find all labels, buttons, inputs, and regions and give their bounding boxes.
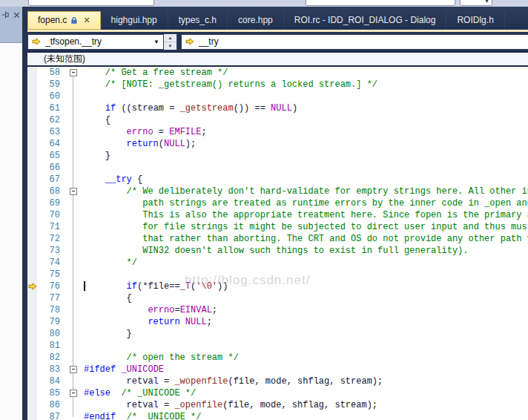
code-line-64[interactable]: 64 return(NULL); — [27, 138, 528, 150]
tab-roi-rc-idd-roi-dialog-dialog[interactable]: ROI.rc - IDD_ROI_DIALOG - Dialog — [284, 11, 447, 30]
code-text[interactable]: WIN32 doesn't allow such things to exist… — [83, 245, 469, 257]
code-line-85[interactable]: 85#else /* _UNICODE */ — [27, 387, 528, 399]
code-line-66[interactable]: 66 — [27, 162, 528, 174]
code-text[interactable]: errno=EINVAL; — [83, 304, 217, 316]
tab-roidlg-h[interactable]: ROIDlg.h — [446, 11, 504, 30]
line-number: 78 — [37, 304, 67, 316]
code-line-83[interactable]: 83#ifdef _UNICODE — [27, 364, 528, 375]
code-text[interactable] — [83, 340, 84, 352]
code-text[interactable]: #endif /* _UNICODE */ — [83, 411, 201, 420]
code-line-68[interactable]: 68 /* We deliberately don't hard-validat… — [27, 186, 528, 197]
code-text[interactable]: /* We deliberately don't hard-validate f… — [83, 186, 528, 197]
line-number: 60 — [37, 91, 67, 102]
code-line-58[interactable]: 58 /* Get a free stream */ — [27, 67, 528, 79]
code-line-77[interactable]: 77 { — [27, 292, 528, 304]
pin-icon[interactable] — [1, 10, 10, 19]
code-text[interactable]: if ((stream = _getstream()) == NULL) — [83, 102, 297, 114]
code-text[interactable]: errno = EMFILE; — [83, 126, 207, 138]
code-text[interactable] — [83, 162, 84, 174]
text-caret — [84, 281, 85, 291]
fold-margin — [67, 79, 83, 91]
scope-dropdown[interactable]: _tfsopen.__try ▼ — [27, 34, 164, 50]
code-token — [84, 139, 127, 149]
toolbar-combobox[interactable] — [28, 0, 154, 6]
tab-types-c-h[interactable]: types_c.h — [168, 11, 228, 30]
tab-highgui-hpp[interactable]: highgui.hpp — [101, 11, 168, 30]
code-text[interactable]: that rather than aborting. The CRT and O… — [83, 233, 528, 245]
code-text[interactable]: { — [83, 292, 132, 304]
spin-down-icon[interactable]: ▼ — [164, 42, 176, 50]
code-line-75[interactable]: 75 — [27, 269, 528, 280]
code-text[interactable]: #ifdef _UNICODE — [83, 364, 164, 375]
fold-collapse-box[interactable] — [70, 69, 77, 76]
code-text[interactable]: /* [NOTE: _getstream() returns a locked … — [83, 79, 377, 91]
code-line-76[interactable]: 76 if(*file==_T('\0')) — [27, 280, 528, 292]
code-line-60[interactable]: 60 — [27, 91, 528, 102]
code-line-59[interactable]: 59 /* [NOTE: _getstream() returns a lock… — [27, 79, 528, 91]
code-token: (file, mode, shflag, stream); — [228, 376, 383, 387]
scope-spinner[interactable]: ▲ ▼ — [164, 33, 177, 50]
fold-collapse-box[interactable] — [70, 390, 77, 397]
code-line-78[interactable]: 78 errno=EINVAL; — [27, 304, 528, 316]
code-line-62[interactable]: 62 { — [27, 114, 528, 126]
scope-hint-row[interactable]: (未知范围) — [27, 51, 528, 67]
code-text[interactable]: if(*file==_T('\0')) — [83, 280, 228, 292]
code-line-80[interactable]: 80 } — [27, 328, 528, 340]
code-token: EINVAL — [180, 305, 212, 315]
code-text[interactable]: retval = _wopenfile(file, mode, shflag, … — [83, 375, 383, 387]
code-line-79[interactable]: 79 return NULL; — [27, 316, 528, 328]
code-text[interactable]: } — [83, 150, 110, 162]
code-token — [84, 234, 142, 244]
code-line-63[interactable]: 63 errno = EMFILE; — [27, 126, 528, 138]
code-line-86[interactable]: 86 retval = _openfile(file, mode, shflag… — [27, 399, 528, 411]
tab-close-icon[interactable]: ✕ — [83, 16, 90, 24]
tab-fopen-c[interactable]: fopen.c✕ — [27, 11, 101, 30]
code-text[interactable]: /* Get a free stream */ — [83, 67, 228, 79]
code-line-87[interactable]: 87#endif /* _UNICODE */ — [27, 411, 528, 420]
code-line-81[interactable]: 81 — [27, 340, 528, 352]
member-dropdown[interactable]: __try — [181, 34, 528, 50]
code-text[interactable]: */ — [83, 257, 137, 269]
spin-up-icon[interactable]: ▲ — [164, 34, 176, 42]
toolbar-combobox[interactable] — [306, 0, 455, 6]
code-text[interactable]: { — [83, 114, 110, 126]
code-editor[interactable]: 58 /* Get a free stream */59 /* [NOTE: _… — [27, 67, 528, 420]
code-line-72[interactable]: 72 that rather than aborting. The CRT an… — [27, 233, 528, 245]
code-line-70[interactable]: 70 This is also the appropriate treatmen… — [27, 209, 528, 221]
code-text[interactable]: This is also the appropriate treatment h… — [83, 209, 528, 221]
tab-core-hpp[interactable]: core.hpp — [228, 11, 284, 30]
code-line-73[interactable]: 73 WIN32 doesn't allow such things to ex… — [27, 245, 528, 257]
toolbar-dropdown[interactable]: ▼ — [460, 0, 492, 6]
indicator-margin — [27, 186, 37, 197]
code-text[interactable]: return NULL; — [83, 316, 212, 328]
code-line-67[interactable]: 67 __try { — [27, 174, 528, 186]
code-line-65[interactable]: 65 } — [27, 150, 528, 162]
code-line-61[interactable]: 61 if ((stream = _getstream()) == NULL) — [27, 102, 528, 114]
code-line-71[interactable]: 71 for file strings it might be subjecte… — [27, 221, 528, 233]
code-text[interactable]: __try { — [83, 174, 142, 186]
code-line-74[interactable]: 74 */ — [27, 257, 528, 269]
code-text[interactable]: retval = _openfile(file, mode, shflag, s… — [83, 399, 377, 411]
code-text[interactable]: return(NULL); — [83, 138, 196, 150]
code-text[interactable]: path strings are treated as runtime erro… — [83, 197, 528, 209]
fold-collapse-box[interactable] — [70, 188, 77, 195]
code-text[interactable] — [83, 91, 84, 102]
fold-collapse-box[interactable] — [70, 366, 77, 373]
code-text[interactable] — [83, 269, 84, 280]
code-line-84[interactable]: 84 retval = _wopenfile(file, mode, shfla… — [27, 375, 528, 387]
code-text[interactable]: #else /* _UNICODE */ — [83, 387, 196, 399]
fold-margin — [67, 126, 83, 138]
line-number: 65 — [37, 150, 67, 162]
code-text[interactable]: } — [83, 328, 132, 340]
code-token — [84, 246, 142, 256]
fold-margin — [67, 340, 83, 352]
close-icon[interactable] — [13, 10, 21, 19]
code-line-82[interactable]: 82 /* open the stream */ — [27, 352, 528, 364]
code-line-69[interactable]: 69 path strings are treated as runtime e… — [27, 197, 528, 209]
code-lines[interactable]: 58 /* Get a free stream */59 /* [NOTE: _… — [27, 67, 528, 420]
code-text[interactable]: /* open the stream */ — [83, 352, 239, 364]
code-token: if — [127, 281, 137, 292]
line-number: 69 — [37, 197, 67, 209]
code-text[interactable]: for file strings it might be subjected t… — [83, 221, 528, 233]
lock-icon — [70, 16, 78, 24]
